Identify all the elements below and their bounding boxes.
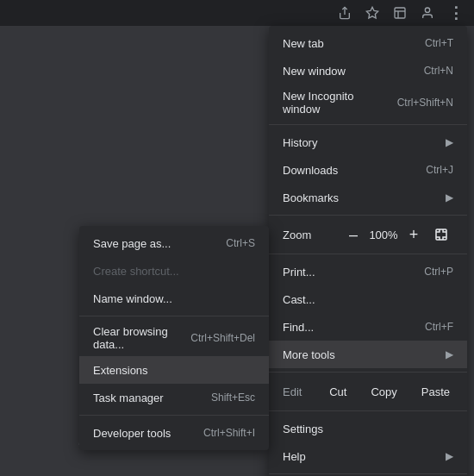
zoom-minus-button[interactable]: – <box>341 222 365 247</box>
menu-item-downloads[interactable]: Downloads Ctrl+J <box>269 156 467 184</box>
paste-button[interactable]: Paste <box>411 382 460 402</box>
sub-menu-more-tools: Save page as... Ctrl+S Create shortcut..… <box>79 226 269 450</box>
star-icon[interactable] <box>360 1 384 25</box>
svg-marker-1 <box>366 7 377 18</box>
tab-icon[interactable] <box>388 1 412 25</box>
menu-item-settings[interactable]: Settings <box>269 415 467 442</box>
svg-point-3 <box>425 8 429 12</box>
menu-item-developer-tools[interactable]: Developer tools Ctrl+Shift+I <box>79 419 269 447</box>
menu-item-find[interactable]: Find... Ctrl+F <box>269 313 467 341</box>
more-icon[interactable]: ⋮ <box>443 1 467 25</box>
menu-item-extensions[interactable]: Extensions <box>79 356 269 384</box>
separator-6 <box>269 473 467 474</box>
menu-item-print[interactable]: Print... Ctrl+P <box>269 258 467 285</box>
menu-item-new-tab[interactable]: New tab Ctrl+T <box>269 29 467 57</box>
zoom-fullscreen-button[interactable] <box>429 222 453 247</box>
separator-1 <box>269 124 467 125</box>
menu-item-new-incognito[interactable]: New Incognito window Ctrl+Shift+N <box>269 85 467 121</box>
sub-separator-2 <box>79 415 269 416</box>
zoom-plus-button[interactable]: + <box>402 222 426 247</box>
svg-rect-2 <box>395 8 405 18</box>
menu-item-more-tools[interactable]: More tools ▶ <box>269 341 467 368</box>
browser-toolbar: ⋮ <box>0 0 474 26</box>
separator-3 <box>269 254 467 254</box>
share-icon[interactable] <box>333 1 357 25</box>
separator-2 <box>269 215 467 216</box>
edit-row: Edit Cut Copy Paste <box>269 376 467 407</box>
menu-item-name-window[interactable]: Name window... <box>79 285 269 312</box>
menu-item-history[interactable]: History ▶ <box>269 128 467 156</box>
menu-item-new-window[interactable]: New window Ctrl+N <box>269 57 467 85</box>
zoom-controls: – 100% + <box>341 222 453 247</box>
svg-rect-4 <box>436 229 446 240</box>
copy-button[interactable]: Copy <box>360 382 407 402</box>
separator-5 <box>269 410 467 411</box>
menu-item-help[interactable]: Help ▶ <box>269 442 467 470</box>
cut-button[interactable]: Cut <box>319 382 357 402</box>
zoom-row: Zoom – 100% + <box>269 219 467 250</box>
menu-item-task-manager[interactable]: Task manager Shift+Esc <box>79 384 269 411</box>
menu-item-bookmarks[interactable]: Bookmarks ▶ <box>269 184 467 211</box>
separator-4 <box>269 372 467 373</box>
menu-item-clear-browsing[interactable]: Clear browsing data... Ctrl+Shift+Del <box>79 320 269 356</box>
sub-separator-1 <box>79 316 269 316</box>
main-menu: New tab Ctrl+T New window Ctrl+N New Inc… <box>269 26 467 476</box>
zoom-value: 100% <box>365 229 402 241</box>
menu-item-cast[interactable]: Cast... <box>269 285 467 313</box>
menu-item-create-shortcut: Create shortcut... <box>79 257 269 285</box>
menu-item-save-page[interactable]: Save page as... Ctrl+S <box>79 229 269 257</box>
user-icon[interactable] <box>415 1 440 25</box>
